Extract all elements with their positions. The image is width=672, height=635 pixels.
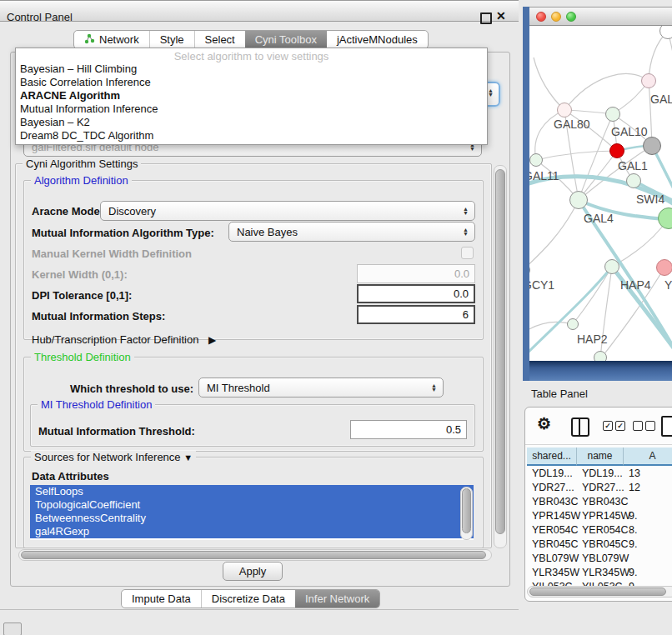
sources-legend: Sources for Network Inference ▼ <box>31 451 196 463</box>
algorithm-dropdown-prompt: Select algorithm to view settings <box>16 48 487 62</box>
tab-network-label: Network <box>99 33 139 46</box>
float-window-icon[interactable] <box>480 12 492 24</box>
table-cell[interactable]: YBL079W <box>582 552 629 566</box>
dpi-tolerance-field[interactable]: 0.0 <box>357 284 475 303</box>
dpi-tolerance-label: DPI Tolerance [0,1]: <box>32 289 132 302</box>
apply-button[interactable]: Apply <box>223 562 283 581</box>
table-cell[interactable]: 9. <box>629 566 637 580</box>
minimize-traffic-light-icon[interactable] <box>551 12 561 22</box>
data-attribute-item[interactable]: SelfLoops <box>30 485 474 498</box>
data-attribute-item[interactable]: BetweennessCentrality <box>30 512 474 525</box>
table-cell[interactable]: YBR043C <box>532 495 579 509</box>
node-salmon[interactable] <box>656 259 672 276</box>
select-all-columns-icon[interactable]: ✓✓ <box>603 421 625 431</box>
table-cell[interactable]: 12 <box>629 481 640 495</box>
column-header-name[interactable]: name <box>577 448 624 466</box>
tab-impute-data[interactable]: Impute Data <box>122 590 201 608</box>
manual-kernel-checkbox[interactable] <box>461 247 474 259</box>
table-cell[interactable]: YER054C <box>582 523 629 538</box>
node-bottom[interactable] <box>594 351 607 361</box>
deselect-all-columns-icon[interactable] <box>633 421 655 431</box>
network-window-titlebar[interactable] <box>529 7 672 26</box>
node-label-gal: GAL <box>650 92 672 106</box>
node-gal80[interactable] <box>557 102 572 118</box>
table-cell[interactable]: YBR045C <box>582 538 629 552</box>
table-hscrollbar[interactable] <box>527 586 672 598</box>
zoom-traffic-light-icon[interactable] <box>566 12 576 22</box>
table-cell[interactable]: 9. <box>629 538 637 552</box>
collapse-down-triangle-icon[interactable]: ▼ <box>183 452 193 462</box>
algorithm-option[interactable]: Bayesian – Hill Climbing <box>16 62 487 76</box>
tab-select[interactable]: Select <box>194 31 245 48</box>
network-canvas[interactable]: GAL GAL80 GAL10 GAL1 GAL11 SWI4 GAL4 GCY… <box>529 26 672 361</box>
data-attribute-item[interactable]: gal4RGexp <box>30 525 474 538</box>
close-icon[interactable]: ✕ <box>496 9 506 22</box>
network-view-window[interactable]: GAL GAL80 GAL10 GAL1 GAL11 SWI4 GAL4 GCY… <box>523 7 672 381</box>
settings-scrollbar[interactable] <box>494 165 507 548</box>
node-swi4[interactable] <box>626 173 641 188</box>
table-cell[interactable]: YDR27... <box>532 481 574 495</box>
node-gal1-red[interactable] <box>609 143 624 158</box>
algorithm-option[interactable]: Mutual Information Inference <box>16 102 487 116</box>
column-header-shared[interactable]: shared... <box>527 448 577 466</box>
sources-legend-text: Sources for Network Inference <box>34 451 181 463</box>
algorithm-option[interactable]: ARACNE Algorithm <box>16 89 487 102</box>
node-label-gal1: GAL1 <box>618 159 648 172</box>
tab-jactivemnodules[interactable]: jActiveMNodules <box>327 31 428 48</box>
node-gal11[interactable] <box>529 153 543 167</box>
node-label-gal80: GAL80 <box>554 118 590 131</box>
mi-threshold-field[interactable]: 0.5 <box>350 420 467 439</box>
table-cell[interactable]: YBR045C <box>532 538 579 552</box>
node-gal4[interactable] <box>569 191 588 209</box>
table-cell[interactable]: 8. <box>629 523 637 538</box>
mi-type-combobox[interactable]: Naive Bayes ▲▼ <box>228 222 475 242</box>
node-gray[interactable] <box>643 137 661 155</box>
table-cell[interactable]: YPR145W <box>532 509 580 523</box>
table-cell[interactable]: YDR27... <box>582 481 624 495</box>
table-cell[interactable]: YBR043C <box>582 495 629 509</box>
settings-hscrollbar[interactable] <box>18 549 492 561</box>
table-cell[interactable]: YLR345W <box>532 566 579 580</box>
algorithm-dropdown[interactable]: Select algorithm to view settings Bayesi… <box>15 48 488 145</box>
algorithm-option[interactable]: Dream8 DC_TDC Algorithm <box>16 129 487 142</box>
mi-steps-field[interactable]: 6 <box>357 305 475 324</box>
attributes-scrollbar[interactable] <box>460 487 473 540</box>
table-cell[interactable]: YLR345W <box>582 566 629 580</box>
gear-icon[interactable]: ⚙ <box>537 414 551 433</box>
kernel-width-field[interactable]: 0.0 <box>357 264 475 283</box>
split-columns-icon[interactable] <box>571 418 589 437</box>
node-hap2[interactable] <box>567 318 579 330</box>
aracne-mode-value: Discovery <box>108 205 156 218</box>
table-cell[interactable]: 13 <box>629 467 640 481</box>
table-cell[interactable]: YDL19... <box>532 467 573 481</box>
column-header-partial[interactable]: A <box>624 448 672 466</box>
combo-arrows-icon: ▲▼ <box>463 207 469 215</box>
node-gal[interactable] <box>641 73 656 88</box>
hub-definition-expander[interactable]: Hub/Transcription Factor Definition ▶ <box>32 333 216 346</box>
table-cell[interactable]: YDL19... <box>582 467 623 481</box>
tab-cyni-toolbox[interactable]: Cyni Toolbox <box>245 31 327 48</box>
data-attribute-item[interactable]: TopologicalCoefficient <box>30 498 474 512</box>
kernel-width-label: Kernel Width (0,1): <box>32 268 128 281</box>
algorithm-option[interactable]: Basic Correlation Inference <box>16 76 487 89</box>
table-cell[interactable]: 9. <box>629 509 637 523</box>
table-cell[interactable]: YPR145W <box>582 509 630 523</box>
tab-style[interactable]: Style <box>149 31 194 48</box>
table-cell[interactable]: YER054C <box>532 523 579 538</box>
node-gal10[interactable] <box>605 107 620 122</box>
tab-network[interactable]: Network <box>74 31 149 48</box>
aracne-mode-combobox[interactable]: Discovery ▲▼ <box>100 201 475 221</box>
data-attributes-list[interactable]: SelfLoopsTopologicalCoefficientBetweenne… <box>30 485 474 540</box>
which-threshold-combobox[interactable]: MI Threshold ▲▼ <box>198 378 444 398</box>
table-cell[interactable]: YBL079W <box>532 552 579 566</box>
close-traffic-light-icon[interactable] <box>536 12 546 22</box>
tab-infer-network[interactable]: Infer Network <box>295 590 379 608</box>
tab-impute-data-label: Impute Data <box>132 592 191 605</box>
document-icon[interactable] <box>661 416 672 437</box>
algorithm-option[interactable]: Bayesian – K2 <box>16 116 487 129</box>
tab-discretize-data[interactable]: Discretize Data <box>201 590 295 608</box>
mini-panel-button[interactable] <box>3 622 22 635</box>
node-hap4[interactable] <box>604 259 619 274</box>
expand-right-triangle-icon[interactable]: ▶ <box>208 334 216 346</box>
node-label-hap2: HAP2 <box>577 332 608 346</box>
